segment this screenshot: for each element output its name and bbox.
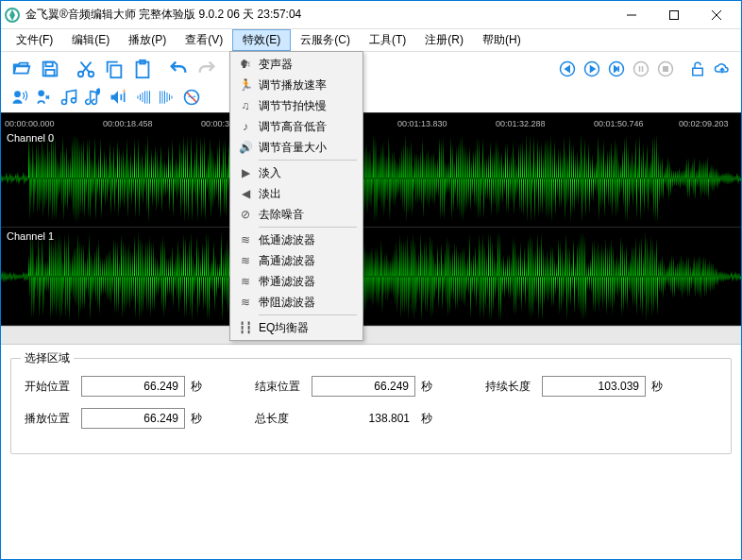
cut-button[interactable] xyxy=(73,56,99,82)
dd-pitch[interactable]: ♪调节高音低音 xyxy=(232,116,361,137)
dd-bandpass[interactable]: ≋带通滤波器 xyxy=(232,271,361,292)
svg-rect-5 xyxy=(45,62,52,67)
play-pos-input[interactable] xyxy=(81,408,185,429)
menu-play[interactable]: 播放(P) xyxy=(119,29,176,51)
dd-volume[interactable]: 🔊调节音量大小 xyxy=(232,137,361,158)
filter-icon: ≋ xyxy=(236,233,255,246)
waveform-1 xyxy=(1,228,741,326)
eq-icon: ┇┇ xyxy=(236,321,255,334)
region-panel: 选择区域 开始位置 秒 结束位置 秒 持续长度 秒 播放位置 秒 总长度 138… xyxy=(10,358,732,454)
unit-sec: 秒 xyxy=(421,379,440,395)
volume-up-icon[interactable]: + xyxy=(107,86,129,109)
menu-effect[interactable]: 特效(E) xyxy=(232,29,291,51)
channel-1-label: Channel 1 xyxy=(7,230,54,242)
play-pos-label: 播放位置 xyxy=(25,411,76,427)
ruler-tick: 00:02:09.203 xyxy=(679,119,729,128)
person-wave-icon: 🗣 xyxy=(236,58,255,71)
menu-file[interactable]: 文件(F) xyxy=(7,29,62,51)
time-ruler[interactable]: 00:00:00.000 00:00:18.458 00:00:36.915 0… xyxy=(1,112,741,129)
svg-rect-21 xyxy=(693,68,703,76)
svg-rect-2 xyxy=(669,10,678,19)
dd-fade-out[interactable]: ◀淡出 xyxy=(232,183,361,204)
dd-eq[interactable]: ┇┇EQ均衡器 xyxy=(232,317,361,338)
total-len-label: 总长度 xyxy=(255,411,306,427)
fade-in-icon[interactable] xyxy=(131,86,154,109)
denoise-dd-icon: ⊘ xyxy=(236,208,255,221)
dd-separator xyxy=(259,160,357,161)
end-pos-label: 结束位置 xyxy=(255,379,306,395)
speed-icon[interactable] xyxy=(33,86,56,109)
dd-bandstop[interactable]: ≋带阻滤波器 xyxy=(232,292,361,313)
pitch-note-icon: ♪ xyxy=(236,120,255,133)
ruler-tick: 00:00:00.000 xyxy=(5,119,55,128)
undo-button[interactable] xyxy=(165,56,192,82)
minimize-button[interactable] xyxy=(610,1,652,28)
close-button[interactable] xyxy=(695,1,737,28)
duration-label: 持续长度 xyxy=(485,379,536,395)
unit-sec: 秒 xyxy=(191,379,210,395)
titlebar: 金飞翼®音频编辑大师 完整体验版 9.0.2 06 天 23:57:04 xyxy=(1,1,741,29)
skip-back-button[interactable] xyxy=(556,58,579,80)
end-pos-input[interactable] xyxy=(312,376,415,397)
channel-0-label: Channel 0 xyxy=(7,132,54,144)
timeline[interactable] xyxy=(1,326,741,345)
total-len-value: 138.801 xyxy=(312,410,415,427)
menu-cloud[interactable]: 云服务(C) xyxy=(291,29,360,51)
runner-icon: 🏃 xyxy=(236,78,255,92)
dd-denoise[interactable]: ⊘去除噪音 xyxy=(232,204,361,225)
menubar: 文件(F) 编辑(E) 播放(P) 查看(V) 特效(E) 云服务(C) 工具(… xyxy=(1,29,741,52)
ruler-tick: 00:01:50.746 xyxy=(594,119,644,128)
channel-0[interactable]: Channel 0 xyxy=(1,129,741,228)
window-title: 金飞翼®音频编辑大师 完整体验版 9.0.2 06 天 23:57:04 xyxy=(25,7,610,23)
app-icon xyxy=(5,8,20,23)
menu-edit[interactable]: 编辑(E) xyxy=(62,29,119,51)
cloud-upload-icon[interactable] xyxy=(711,58,734,80)
paste-button[interactable] xyxy=(129,56,156,82)
waveform-area[interactable]: Channel 0 Channel 1 xyxy=(1,129,741,326)
menu-view[interactable]: 查看(V) xyxy=(176,29,232,51)
unlock-icon[interactable] xyxy=(686,58,709,80)
maximize-button[interactable] xyxy=(652,1,695,28)
channel-1[interactable]: Channel 1 xyxy=(1,228,741,326)
ruler-tick: 00:01:32.288 xyxy=(496,119,546,128)
denoise-icon[interactable] xyxy=(180,86,203,109)
pause-button[interactable] xyxy=(630,58,652,80)
save-button[interactable] xyxy=(37,56,63,82)
tts-icon[interactable] xyxy=(8,86,31,109)
dd-voice-changer[interactable]: 🗣变声器 xyxy=(232,54,361,75)
redo-button[interactable] xyxy=(194,56,220,82)
menu-tool[interactable]: 工具(T) xyxy=(360,29,415,51)
unit-sec: 秒 xyxy=(651,379,670,395)
pitch-icon[interactable]: ♯ xyxy=(82,86,105,109)
effect-dropdown: 🗣变声器 🏃调节播放速率 ♫调节节拍快慢 ♪调节高音低音 🔊调节音量大小 ▶淡入… xyxy=(229,51,363,341)
music-note-icon[interactable] xyxy=(58,86,80,109)
dd-separator xyxy=(259,227,357,228)
copy-button[interactable] xyxy=(101,56,127,82)
ruler-tick: 00:01:13.830 xyxy=(397,119,447,128)
music-icon: ♫ xyxy=(236,99,255,112)
duration-input[interactable] xyxy=(542,376,646,397)
fadeout-icon: ◀ xyxy=(236,187,255,200)
svg-rect-9 xyxy=(110,65,121,77)
play-loop-button[interactable] xyxy=(605,58,628,80)
dd-tempo[interactable]: ♫调节节拍快慢 xyxy=(232,95,361,116)
stop-button[interactable] xyxy=(654,58,677,80)
menu-help[interactable]: 帮助(H) xyxy=(473,29,531,51)
svg-text:+: + xyxy=(122,88,126,95)
speaker-icon: 🔊 xyxy=(236,141,255,154)
dd-fade-in[interactable]: ▶淡入 xyxy=(232,162,361,183)
dd-separator xyxy=(259,314,357,315)
menu-register[interactable]: 注册(R) xyxy=(415,29,473,51)
dd-play-speed[interactable]: 🏃调节播放速率 xyxy=(232,75,361,95)
ruler-tick: 00:00:18.458 xyxy=(103,119,153,128)
start-pos-input[interactable] xyxy=(81,376,185,397)
play-button[interactable] xyxy=(581,58,603,80)
fadein-icon: ▶ xyxy=(236,166,255,179)
svg-point-16 xyxy=(634,62,649,76)
open-button[interactable] xyxy=(8,56,35,82)
unit-sec: 秒 xyxy=(421,411,440,427)
fade-out-icon[interactable] xyxy=(156,86,178,109)
svg-rect-20 xyxy=(664,67,668,72)
dd-highpass[interactable]: ≋高通滤波器 xyxy=(232,250,361,271)
dd-lowpass[interactable]: ≋低通滤波器 xyxy=(232,229,361,250)
